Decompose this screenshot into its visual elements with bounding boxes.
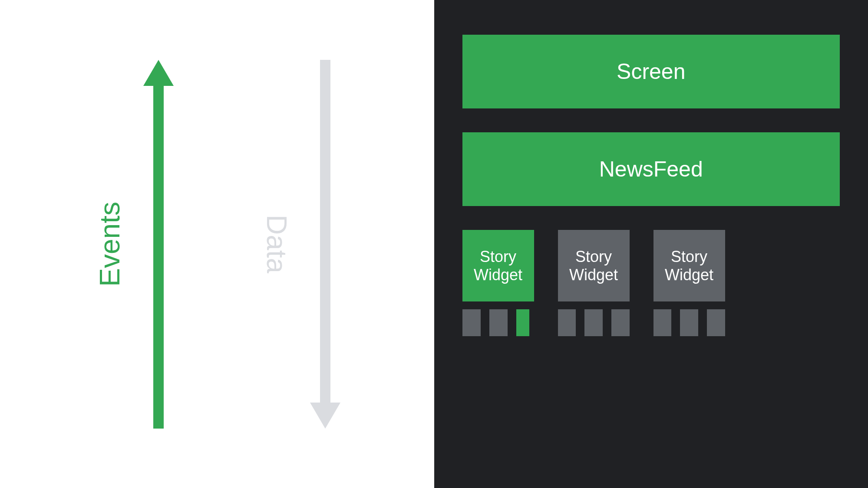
data-flow-group: Data bbox=[261, 60, 340, 429]
svg-marker-1 bbox=[310, 60, 340, 429]
newsfeed-block: NewsFeed bbox=[462, 132, 840, 206]
svg-marker-0 bbox=[143, 60, 174, 429]
chip-row bbox=[462, 309, 840, 336]
left-panel: Events Data bbox=[0, 0, 434, 488]
events-label: Events bbox=[94, 202, 126, 287]
story-widget: Story Widget bbox=[558, 230, 630, 301]
widget-row: Story Widget Story Widget Story Widget bbox=[462, 230, 840, 301]
widget-title-line1: Story bbox=[575, 248, 612, 265]
story-widget: Story Widget bbox=[653, 230, 725, 301]
data-label: Data bbox=[261, 215, 293, 273]
leaf-chip-active bbox=[516, 309, 529, 336]
chip-group-2 bbox=[558, 309, 630, 336]
leaf-chip bbox=[462, 309, 481, 336]
widget-title-line1: Story bbox=[480, 248, 516, 265]
screen-block: Screen bbox=[462, 35, 840, 108]
leaf-chip bbox=[680, 309, 698, 336]
leaf-chip bbox=[584, 309, 603, 336]
widget-title-line2: Widget bbox=[665, 266, 713, 284]
widget-title-line2: Widget bbox=[474, 266, 522, 284]
leaf-chip bbox=[489, 309, 508, 336]
widget-title-line2: Widget bbox=[569, 266, 618, 284]
leaf-chip bbox=[558, 309, 576, 336]
leaf-chip bbox=[653, 309, 672, 336]
leaf-chip bbox=[707, 309, 725, 336]
data-arrow-down-icon bbox=[310, 60, 340, 429]
chip-group-3 bbox=[653, 309, 725, 336]
events-flow-group: Events bbox=[94, 60, 174, 429]
widget-title-line1: Story bbox=[671, 248, 707, 265]
chip-group-1 bbox=[462, 309, 534, 336]
events-arrow-up-icon bbox=[143, 60, 174, 429]
story-widget-active: Story Widget bbox=[462, 230, 534, 301]
right-panel: Screen NewsFeed Story Widget Story Widge… bbox=[434, 0, 868, 488]
leaf-chip bbox=[611, 309, 630, 336]
